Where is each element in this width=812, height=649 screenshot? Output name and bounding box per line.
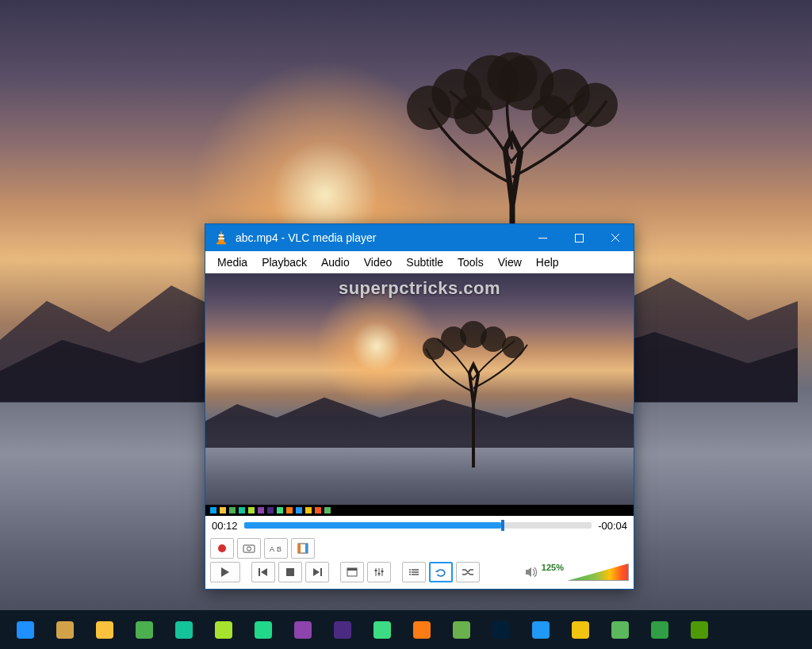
svg-rect-57 [453,621,470,639]
svg-point-5 [573,82,618,127]
svg-rect-58 [492,621,510,639]
menu-tools[interactable]: Tools [450,253,491,272]
taskbar-camtasia2[interactable] [688,619,710,641]
close-button[interactable] [597,224,634,251]
svg-point-41 [409,569,411,571]
svg-rect-60 [572,621,589,639]
taskbar-pycharm[interactable] [252,619,274,641]
svg-rect-39 [381,571,384,572]
svg-rect-11 [216,242,226,245]
svg-rect-63 [691,621,708,639]
svg-rect-29 [259,568,260,576]
taskbar-chrome[interactable] [133,619,155,641]
taskbar-brackets[interactable] [530,619,552,641]
video-frame [205,273,634,516]
speaker-icon[interactable] [524,566,538,578]
volume-percent: 125% [542,563,564,572]
svg-rect-28 [305,544,308,553]
taskbar-map[interactable] [569,619,592,641]
menu-help[interactable]: Help [529,253,566,272]
taskbar-android-studio[interactable] [371,619,393,641]
svg-point-7 [454,95,493,134]
taskbar-snip-tool[interactable] [14,619,36,641]
frame-by-frame-button[interactable] [291,538,315,559]
next-button[interactable] [305,562,329,582]
svg-rect-37 [378,573,381,575]
svg-rect-51 [215,621,232,639]
taskbar-earth[interactable] [649,619,671,641]
svg-rect-49 [136,621,153,639]
record-button[interactable] [210,538,234,559]
svg-point-6 [488,52,538,102]
taskbar-visual-studio[interactable] [292,619,314,641]
vlc-window: abc.mp4 - VLC media player Media Playbac… [205,223,634,590]
window-title: abc.mp4 - VLC media player [236,231,524,244]
menu-bar: Media Playback Audio Video Subtitle Tool… [205,251,634,273]
extended-settings-button[interactable] [367,562,391,582]
video-embedded-taskbar [205,505,634,516]
svg-rect-22 [243,545,255,552]
taskbar-camtasia[interactable] [609,619,631,641]
svg-rect-59 [532,621,550,639]
svg-point-20 [502,336,524,358]
svg-point-23 [247,547,251,551]
taskbar-putty[interactable] [54,619,76,641]
minimize-button[interactable] [524,224,561,251]
svg-rect-62 [651,621,668,639]
a-to-b-loop-button[interactable]: AB [264,538,288,559]
controls: AB [205,535,634,589]
svg-rect-54 [334,621,351,639]
svg-rect-50 [175,621,193,639]
menu-video[interactable]: Video [357,253,400,272]
svg-rect-31 [320,568,322,576]
svg-point-45 [409,574,411,575]
taskbar-xampp[interactable] [411,619,433,641]
titlebar[interactable]: abc.mp4 - VLC media player [205,224,634,251]
time-elapsed[interactable]: 00:12 [212,520,238,532]
video-area[interactable]: superpctricks.com [205,273,634,516]
vlc-cone-icon [213,230,229,246]
menu-subtitle[interactable]: Subtitle [399,253,450,272]
svg-text:B: B [277,545,282,553]
fullscreen-button[interactable] [340,562,364,582]
shuffle-button[interactable] [456,562,480,582]
seek-fill [244,522,502,529]
svg-rect-55 [373,621,391,639]
previous-button[interactable] [251,562,275,582]
menu-playback[interactable]: Playback [255,253,314,272]
taskbar-jdownloader[interactable] [450,619,473,641]
svg-rect-30 [286,568,294,576]
seek-knob[interactable] [501,520,504,531]
volume-slider[interactable] [567,563,629,581]
taskbar-after-effects[interactable] [331,619,354,641]
menu-media[interactable]: Media [210,253,255,272]
taskbar-grammarly[interactable] [173,619,195,641]
taskbar-notepadpp[interactable] [213,619,235,641]
stop-button[interactable] [278,562,302,582]
svg-rect-47 [56,621,74,639]
svg-point-43 [409,571,411,573]
svg-rect-10 [218,238,224,239]
snapshot-button[interactable] [237,538,261,559]
playlist-button[interactable] [402,562,426,582]
svg-rect-52 [255,621,272,639]
svg-rect-9 [219,235,224,236]
svg-rect-35 [375,570,377,571]
time-remaining[interactable]: -00:04 [598,520,627,532]
windows-taskbar[interactable] [0,610,812,649]
svg-rect-61 [611,621,629,639]
menu-view[interactable]: View [491,253,529,272]
loop-button[interactable] [429,562,453,582]
maximize-button[interactable] [561,224,597,251]
svg-rect-46 [17,621,34,639]
svg-rect-33 [347,568,357,571]
svg-rect-56 [413,621,431,639]
seek-row: 00:12 -00:04 [205,516,634,535]
play-button[interactable] [210,562,240,582]
svg-rect-48 [96,621,113,639]
menu-audio[interactable]: Audio [314,253,357,272]
taskbar-photoshop[interactable] [490,619,512,641]
taskbar-chrome-canary[interactable] [94,619,116,641]
seek-slider[interactable] [244,522,592,529]
svg-rect-13 [575,234,583,242]
